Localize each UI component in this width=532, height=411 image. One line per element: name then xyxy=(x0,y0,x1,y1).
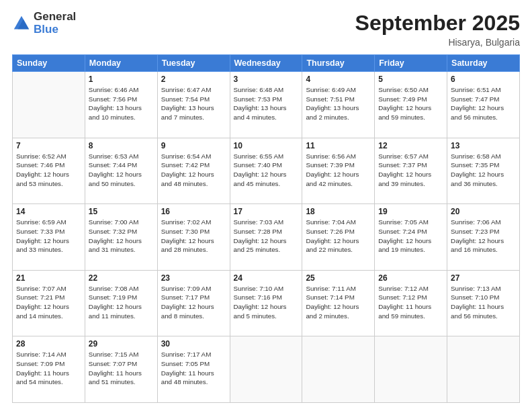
day-info: Sunrise: 7:15 AMSunset: 7:07 PMDaylight:… xyxy=(89,350,154,387)
calendar-cell: 8Sunrise: 6:53 AMSunset: 7:44 PMDaylight… xyxy=(85,138,157,204)
calendar-cell: 30Sunrise: 7:17 AMSunset: 7:05 PMDayligh… xyxy=(157,336,230,403)
logo-general-text: General xyxy=(34,11,76,24)
calendar-cell xyxy=(13,72,85,138)
calendar-cell: 11Sunrise: 6:56 AMSunset: 7:39 PMDayligh… xyxy=(302,138,375,204)
day-number: 29 xyxy=(89,339,154,349)
weekday-header-tuesday: Tuesday xyxy=(157,55,230,72)
calendar: SundayMondayTuesdayWednesdayThursdayFrid… xyxy=(12,54,520,403)
day-number: 30 xyxy=(161,339,226,349)
day-number: 21 xyxy=(16,273,81,283)
calendar-cell: 3Sunrise: 6:48 AMSunset: 7:53 PMDaylight… xyxy=(230,72,302,138)
day-number: 20 xyxy=(451,207,516,216)
day-number: 18 xyxy=(306,207,371,216)
calendar-cell: 24Sunrise: 7:10 AMSunset: 7:16 PMDayligh… xyxy=(230,270,302,336)
week-row: 14Sunrise: 6:59 AMSunset: 7:33 PMDayligh… xyxy=(13,204,520,271)
weekday-header-wednesday: Wednesday xyxy=(230,55,302,72)
day-info: Sunrise: 6:54 AMSunset: 7:42 PMDaylight:… xyxy=(161,152,226,189)
day-info: Sunrise: 6:47 AMSunset: 7:54 PMDaylight:… xyxy=(161,85,226,122)
day-info: Sunrise: 6:48 AMSunset: 7:53 PMDaylight:… xyxy=(234,85,299,122)
week-row: 7Sunrise: 6:52 AMSunset: 7:46 PMDaylight… xyxy=(13,138,520,204)
title-block: September 2025 Hisarya, Bulgaria xyxy=(355,11,520,48)
day-info: Sunrise: 7:12 AMSunset: 7:12 PMDaylight:… xyxy=(378,284,443,321)
page: General Blue September 2025 Hisarya, Bul… xyxy=(0,0,532,411)
week-row: 1Sunrise: 6:46 AMSunset: 7:56 PMDaylight… xyxy=(13,72,520,138)
weekday-header-monday: Monday xyxy=(85,55,157,72)
logo: General Blue xyxy=(12,11,76,36)
calendar-cell: 23Sunrise: 7:09 AMSunset: 7:17 PMDayligh… xyxy=(157,270,230,336)
day-number: 13 xyxy=(451,141,516,150)
title-location: Hisarya, Bulgaria xyxy=(355,37,520,48)
day-number: 24 xyxy=(234,273,299,283)
day-info: Sunrise: 6:59 AMSunset: 7:33 PMDaylight:… xyxy=(16,218,81,255)
day-number: 28 xyxy=(16,339,81,349)
weekday-row: SundayMondayTuesdayWednesdayThursdayFrid… xyxy=(13,55,520,72)
calendar-cell: 19Sunrise: 7:05 AMSunset: 7:24 PMDayligh… xyxy=(375,204,447,271)
calendar-body: 1Sunrise: 6:46 AMSunset: 7:56 PMDaylight… xyxy=(13,72,520,403)
day-number: 22 xyxy=(89,273,154,283)
week-row: 21Sunrise: 7:07 AMSunset: 7:21 PMDayligh… xyxy=(13,270,520,336)
calendar-cell xyxy=(375,336,447,403)
header: General Blue September 2025 Hisarya, Bul… xyxy=(12,11,520,48)
day-number: 14 xyxy=(16,207,81,216)
calendar-cell: 18Sunrise: 7:04 AMSunset: 7:26 PMDayligh… xyxy=(302,204,375,271)
day-info: Sunrise: 7:00 AMSunset: 7:32 PMDaylight:… xyxy=(89,218,154,255)
calendar-cell: 22Sunrise: 7:08 AMSunset: 7:19 PMDayligh… xyxy=(85,270,157,336)
day-number: 15 xyxy=(89,207,154,216)
day-number: 5 xyxy=(378,75,443,84)
day-info: Sunrise: 6:49 AMSunset: 7:51 PMDaylight:… xyxy=(306,85,371,122)
day-info: Sunrise: 7:09 AMSunset: 7:17 PMDaylight:… xyxy=(161,284,226,321)
day-number: 4 xyxy=(306,75,371,84)
day-info: Sunrise: 6:56 AMSunset: 7:39 PMDaylight:… xyxy=(306,152,371,189)
day-info: Sunrise: 6:51 AMSunset: 7:47 PMDaylight:… xyxy=(451,85,516,122)
calendar-cell xyxy=(230,336,302,403)
day-number: 11 xyxy=(306,141,371,150)
day-info: Sunrise: 7:03 AMSunset: 7:28 PMDaylight:… xyxy=(234,218,299,255)
calendar-cell: 21Sunrise: 7:07 AMSunset: 7:21 PMDayligh… xyxy=(13,270,85,336)
day-info: Sunrise: 7:07 AMSunset: 7:21 PMDaylight:… xyxy=(16,284,81,321)
calendar-cell: 25Sunrise: 7:11 AMSunset: 7:14 PMDayligh… xyxy=(302,270,375,336)
calendar-cell: 16Sunrise: 7:02 AMSunset: 7:30 PMDayligh… xyxy=(157,204,230,271)
day-info: Sunrise: 7:10 AMSunset: 7:16 PMDaylight:… xyxy=(234,284,299,321)
day-info: Sunrise: 7:14 AMSunset: 7:09 PMDaylight:… xyxy=(16,350,81,387)
day-number: 19 xyxy=(378,207,443,216)
day-info: Sunrise: 7:04 AMSunset: 7:26 PMDaylight:… xyxy=(306,218,371,255)
day-info: Sunrise: 6:52 AMSunset: 7:46 PMDaylight:… xyxy=(16,152,81,189)
day-number: 3 xyxy=(234,75,299,84)
day-number: 8 xyxy=(89,141,154,150)
logo-blue-text: Blue xyxy=(34,24,76,36)
day-number: 7 xyxy=(16,141,81,150)
calendar-cell: 29Sunrise: 7:15 AMSunset: 7:07 PMDayligh… xyxy=(85,336,157,403)
calendar-cell: 10Sunrise: 6:55 AMSunset: 7:40 PMDayligh… xyxy=(230,138,302,204)
weekday-header-sunday: Sunday xyxy=(13,55,85,72)
day-info: Sunrise: 7:11 AMSunset: 7:14 PMDaylight:… xyxy=(306,284,371,321)
calendar-cell: 14Sunrise: 6:59 AMSunset: 7:33 PMDayligh… xyxy=(13,204,85,271)
day-info: Sunrise: 6:55 AMSunset: 7:40 PMDaylight:… xyxy=(234,152,299,189)
calendar-cell: 20Sunrise: 7:06 AMSunset: 7:23 PMDayligh… xyxy=(447,204,520,271)
day-info: Sunrise: 6:50 AMSunset: 7:49 PMDaylight:… xyxy=(378,85,443,122)
day-number: 25 xyxy=(306,273,371,283)
day-info: Sunrise: 6:57 AMSunset: 7:37 PMDaylight:… xyxy=(378,152,443,189)
day-number: 9 xyxy=(161,141,226,150)
day-number: 17 xyxy=(234,207,299,216)
weekday-header-saturday: Saturday xyxy=(447,55,520,72)
day-number: 26 xyxy=(378,273,443,283)
calendar-cell: 12Sunrise: 6:57 AMSunset: 7:37 PMDayligh… xyxy=(375,138,447,204)
day-info: Sunrise: 7:13 AMSunset: 7:10 PMDaylight:… xyxy=(451,284,516,321)
day-info: Sunrise: 7:08 AMSunset: 7:19 PMDaylight:… xyxy=(89,284,154,321)
calendar-cell: 4Sunrise: 6:49 AMSunset: 7:51 PMDaylight… xyxy=(302,72,375,138)
calendar-cell: 7Sunrise: 6:52 AMSunset: 7:46 PMDaylight… xyxy=(13,138,85,204)
calendar-cell: 13Sunrise: 6:58 AMSunset: 7:35 PMDayligh… xyxy=(447,138,520,204)
day-number: 2 xyxy=(161,75,226,84)
calendar-cell: 28Sunrise: 7:14 AMSunset: 7:09 PMDayligh… xyxy=(13,336,85,403)
day-number: 27 xyxy=(451,273,516,283)
calendar-header: SundayMondayTuesdayWednesdayThursdayFrid… xyxy=(13,55,520,72)
calendar-cell: 1Sunrise: 6:46 AMSunset: 7:56 PMDaylight… xyxy=(85,72,157,138)
calendar-cell: 17Sunrise: 7:03 AMSunset: 7:28 PMDayligh… xyxy=(230,204,302,271)
calendar-cell xyxy=(447,336,520,403)
day-info: Sunrise: 6:46 AMSunset: 7:56 PMDaylight:… xyxy=(89,85,154,122)
day-number: 6 xyxy=(451,75,516,84)
week-row: 28Sunrise: 7:14 AMSunset: 7:09 PMDayligh… xyxy=(13,336,520,403)
day-number: 10 xyxy=(234,141,299,150)
day-info: Sunrise: 7:17 AMSunset: 7:05 PMDaylight:… xyxy=(161,350,226,387)
day-info: Sunrise: 6:58 AMSunset: 7:35 PMDaylight:… xyxy=(451,152,516,189)
